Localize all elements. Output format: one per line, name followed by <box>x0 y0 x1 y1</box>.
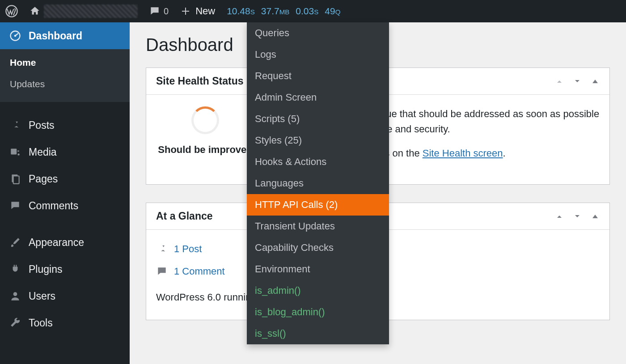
menu-item-media[interactable]: Media <box>0 139 130 165</box>
site-title-blurred <box>44 4 138 18</box>
dropdown-item[interactable]: is_blog_admin() <box>247 301 389 323</box>
plus-icon <box>179 5 192 17</box>
pages-icon <box>9 173 21 185</box>
site-home-link[interactable] <box>23 0 143 22</box>
qm-queries: 49Q <box>325 6 340 17</box>
dropdown-item[interactable]: is_ssl() <box>247 323 389 344</box>
menu-item-pages[interactable]: Pages <box>0 165 130 192</box>
submenu-updates[interactable]: Updates <box>0 73 130 95</box>
site-health-link[interactable]: Site Health screen <box>423 148 503 159</box>
menu-item-users[interactable]: Users <box>0 283 130 309</box>
progress-ring-icon <box>191 106 219 134</box>
comment-icon <box>156 266 168 277</box>
dropdown-item[interactable]: Queries <box>247 22 389 44</box>
chevron-down-icon[interactable] <box>573 77 582 86</box>
plug-icon <box>9 263 21 275</box>
svg-point-8 <box>13 292 17 296</box>
menu-label: Media <box>29 146 57 158</box>
dashboard-icon <box>9 30 21 42</box>
user-icon <box>9 290 21 302</box>
menu-item-plugins[interactable]: Plugins <box>0 256 130 283</box>
panel-controls <box>555 212 600 221</box>
menu-label: Comments <box>29 200 78 212</box>
menu-label: Appearance <box>29 237 84 249</box>
menu-item-tools[interactable]: Tools <box>0 309 130 336</box>
comment-icon <box>9 199 21 212</box>
menu-label: Users <box>29 290 55 302</box>
wordpress-logo[interactable] <box>0 0 23 22</box>
dropdown-item[interactable]: is_admin() <box>247 280 389 301</box>
comments-link[interactable]: 1 Comment <box>174 264 225 279</box>
panel-title: Site Health Status <box>156 75 244 87</box>
dropdown-item[interactable]: Hooks & Actions <box>247 151 389 173</box>
menu-item-comments[interactable]: Comments <box>0 192 130 219</box>
admin-bar: 0 New 10.48S 37.7MB 0.03S 49Q <box>0 0 626 22</box>
dropdown-item[interactable]: Environment <box>247 258 389 280</box>
triangle-up-icon[interactable] <box>591 77 600 86</box>
brush-icon <box>9 236 21 249</box>
menu-item-appearance[interactable]: Appearance <box>0 229 130 256</box>
dropdown-item[interactable]: Styles (25) <box>247 130 389 151</box>
menu-label: Pages <box>29 173 58 185</box>
chevron-up-icon[interactable] <box>555 77 564 86</box>
dropdown-item[interactable]: Languages <box>247 173 389 194</box>
dropdown-item[interactable]: Admin Screen <box>247 87 389 108</box>
pushpin-icon <box>9 119 21 131</box>
triangle-up-icon[interactable] <box>591 212 600 221</box>
dropdown-item[interactable]: Scripts (5) <box>247 108 389 130</box>
pushpin-icon <box>156 243 168 255</box>
new-content-link[interactable]: New <box>174 0 220 22</box>
wrench-icon <box>9 317 21 329</box>
chevron-up-icon[interactable] <box>555 212 564 221</box>
new-label: New <box>195 5 215 17</box>
query-monitor-dropdown: QueriesLogsRequestAdmin ScreenScripts (5… <box>247 22 389 344</box>
qm-memory: 37.7MB <box>261 6 290 17</box>
panel-title: At a Glance <box>156 210 213 222</box>
svg-rect-3 <box>11 148 17 154</box>
dropdown-item[interactable]: Capability Checks <box>247 237 389 258</box>
menu-label: Plugins <box>29 263 62 275</box>
health-status-indicator: Should be improved <box>156 106 254 157</box>
menu-label: Posts <box>29 119 55 131</box>
admin-side-menu: Dashboard Home Updates Posts Media Pages… <box>0 22 130 364</box>
home-icon <box>29 5 41 17</box>
dropdown-item[interactable]: Transient Updates <box>247 216 389 237</box>
menu-label: Dashboard <box>29 30 82 42</box>
comment-icon <box>148 5 161 17</box>
comments-count: 0 <box>164 6 169 17</box>
chevron-down-icon[interactable] <box>573 212 582 221</box>
menu-item-posts[interactable]: Posts <box>0 112 130 139</box>
query-monitor-stats[interactable]: 10.48S 37.7MB 0.03S 49Q <box>220 6 347 17</box>
comments-link[interactable]: 0 <box>143 0 174 22</box>
svg-point-2 <box>14 35 17 37</box>
svg-rect-6 <box>13 176 19 184</box>
menu-label: Tools <box>29 317 53 329</box>
health-status-label: Should be improved <box>156 142 254 157</box>
qm-time: 10.48S <box>227 6 255 17</box>
dropdown-item[interactable]: Logs <box>247 44 389 65</box>
dropdown-item[interactable]: HTTP API Calls (2) <box>247 194 389 216</box>
submenu-home[interactable]: Home <box>0 52 130 73</box>
svg-point-4 <box>17 153 19 155</box>
dropdown-item[interactable]: Request <box>247 65 389 87</box>
menu-item-dashboard[interactable]: Dashboard <box>0 22 130 49</box>
wordpress-icon <box>5 5 18 17</box>
media-icon <box>9 146 21 158</box>
posts-link[interactable]: 1 Post <box>174 241 202 257</box>
qm-db-time: 0.03S <box>296 6 318 17</box>
panel-controls <box>555 77 600 86</box>
dashboard-submenu: Home Updates <box>0 49 130 102</box>
